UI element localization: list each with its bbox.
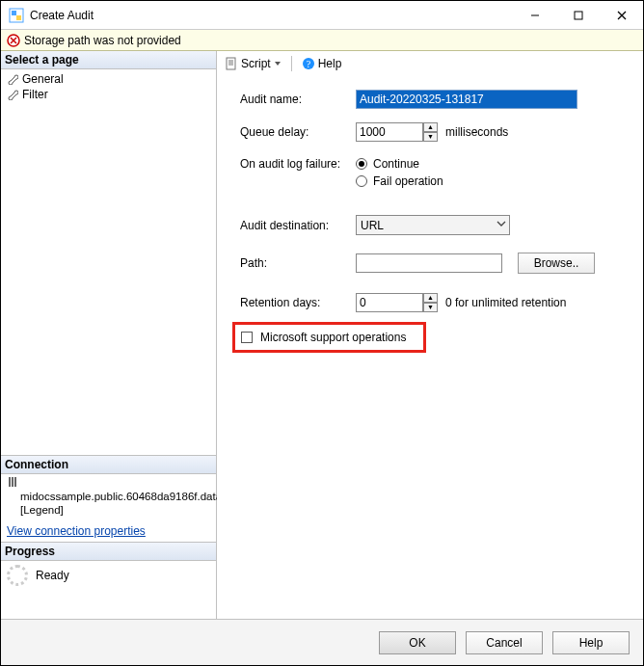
browse-button[interactable]: Browse.. (518, 253, 595, 274)
error-text: Storage path was not provided (24, 34, 181, 47)
error-icon (7, 34, 20, 47)
retention-stepper[interactable]: ▲▼ (356, 293, 438, 312)
retention-spin[interactable]: ▲▼ (423, 293, 438, 312)
script-button[interactable]: Script (221, 55, 285, 72)
connection-info: midocssample.public.60468da9186f.databas… (1, 474, 216, 520)
svg-rect-12 (14, 477, 16, 487)
svg-rect-4 (575, 12, 582, 19)
help-icon: ? (302, 57, 315, 70)
failure-fail-radio[interactable]: Fail operation (356, 174, 443, 188)
audit-name-row: Audit name: (240, 90, 624, 109)
close-button[interactable] (600, 1, 643, 29)
error-banner: Storage path was not provided (1, 30, 643, 51)
radio-unselected-icon (356, 175, 367, 187)
queue-delay-label: Queue delay: (240, 125, 356, 139)
radio-selected-icon (356, 158, 367, 170)
failure-label: On audit log failure: (240, 155, 356, 171)
connection-header: Connection (1, 455, 216, 474)
svg-marker-17 (275, 62, 281, 66)
sidebar-item-label: General (22, 72, 64, 86)
toolbar-separator (291, 56, 292, 71)
sidebar: Select a page General Filter Connection … (1, 51, 217, 619)
script-label: Script (241, 57, 271, 70)
progress-spinner-icon (7, 565, 28, 586)
svg-rect-2 (16, 15, 21, 20)
content-toolbar: Script ? Help (217, 51, 643, 76)
path-label: Path: (240, 256, 356, 270)
script-icon (225, 57, 238, 70)
minimize-icon (530, 11, 540, 20)
chevron-down-icon (274, 60, 282, 67)
select-page-header: Select a page (1, 51, 216, 69)
dialog-footer: OK Cancel Help (1, 619, 643, 665)
wrench-icon (7, 89, 18, 100)
queue-delay-input[interactable] (356, 122, 423, 142)
retention-hint: 0 for unlimited retention (445, 296, 566, 309)
sidebar-item-filter[interactable]: Filter (1, 87, 216, 102)
form-area: Audit name: Queue delay: ▲▼ milliseconds… (217, 76, 643, 360)
svg-rect-13 (227, 58, 235, 69)
maximize-icon (574, 11, 583, 20)
app-icon (9, 8, 24, 23)
help-label: Help (318, 57, 342, 70)
failure-row: On audit log failure: Continue Fail oper… (240, 155, 624, 194)
path-input[interactable] (356, 253, 502, 273)
svg-rect-1 (12, 11, 16, 15)
cancel-button[interactable]: Cancel (466, 631, 543, 654)
ms-support-checkbox[interactable] (241, 332, 253, 343)
destination-value[interactable] (356, 215, 510, 235)
page-list: General Filter (1, 69, 216, 108)
audit-name-label: Audit name: (240, 93, 356, 106)
create-audit-dialog: Create Audit Storage path was not provid… (0, 0, 644, 666)
minimize-button[interactable] (513, 1, 556, 29)
content-area: Script ? Help Audit name: Queue delay: (217, 51, 643, 619)
queue-delay-units: milliseconds (445, 125, 508, 139)
sidebar-item-label: Filter (22, 88, 48, 101)
maximize-button[interactable] (556, 1, 600, 29)
view-connection-link[interactable]: View connection properties (1, 520, 216, 542)
titlebar: Create Audit (1, 1, 643, 30)
failure-fail-label: Fail operation (373, 174, 443, 188)
progress-row: Ready (1, 561, 216, 590)
ms-support-label: Microsoft support operations (260, 331, 406, 344)
window-title: Create Audit (30, 9, 94, 22)
destination-label: Audit destination: (240, 219, 356, 232)
close-icon (617, 11, 627, 20)
retention-row: Retention days: ▲▼ 0 for unlimited reten… (240, 293, 624, 312)
wrench-icon (7, 73, 18, 85)
destination-select[interactable] (356, 215, 510, 235)
failure-continue-radio[interactable]: Continue (356, 157, 443, 171)
svg-rect-11 (12, 477, 13, 487)
retention-input[interactable] (356, 293, 423, 312)
destination-row: Audit destination: (240, 215, 624, 235)
path-row: Path: Browse.. (240, 253, 624, 274)
svg-rect-10 (9, 477, 11, 487)
sidebar-item-general[interactable]: General (1, 71, 216, 87)
server-icon (7, 476, 18, 488)
help-button[interactable]: ? Help (298, 55, 346, 72)
ok-button[interactable]: OK (379, 631, 456, 654)
ms-support-highlight: Microsoft support operations (232, 322, 426, 353)
progress-status: Ready (36, 569, 69, 582)
progress-header: Progress (1, 542, 216, 561)
retention-label: Retention days: (240, 296, 356, 309)
footer-help-button[interactable]: Help (552, 631, 630, 654)
failure-continue-label: Continue (373, 157, 419, 171)
queue-delay-row: Queue delay: ▲▼ milliseconds (240, 122, 624, 142)
queue-delay-stepper[interactable]: ▲▼ (356, 122, 438, 142)
queue-delay-spin[interactable]: ▲▼ (423, 122, 438, 142)
dialog-body: Select a page General Filter Connection … (1, 51, 643, 619)
svg-text:?: ? (306, 59, 310, 69)
audit-name-input[interactable] (356, 90, 577, 109)
